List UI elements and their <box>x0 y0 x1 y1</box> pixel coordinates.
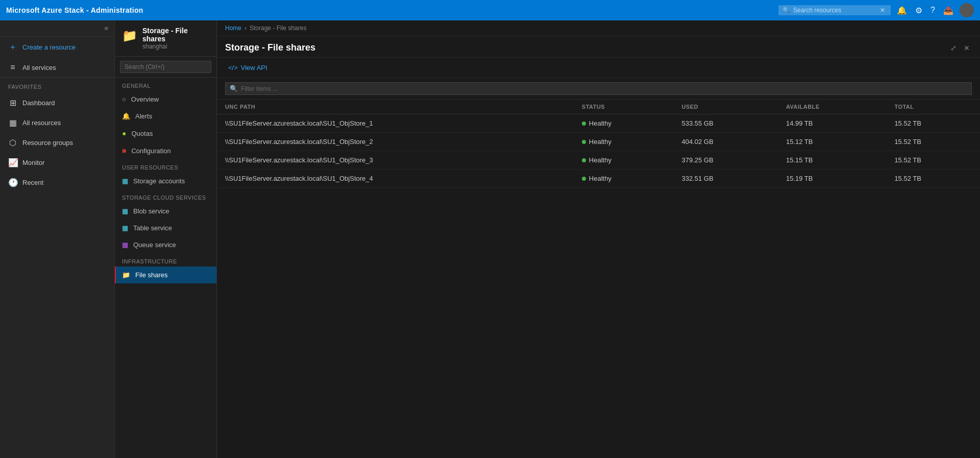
collapse-icon[interactable]: ≡ <box>104 25 108 32</box>
notifications-icon[interactable]: 🔔 <box>895 4 909 17</box>
settings-icon[interactable]: ⚙ <box>913 4 924 17</box>
main-layout: ≡ ＋ Create a resource ≡ All services FAV… <box>0 20 980 458</box>
blob-service-label: Blob service <box>133 207 169 215</box>
breadcrumb-separator: › <box>244 25 247 32</box>
resource-subtitle: shanghai <box>142 43 209 50</box>
table-service-label: Table service <box>133 224 172 232</box>
file-shares-icon: 📁 <box>122 271 130 279</box>
filter-bar: 🔍 <box>217 78 980 100</box>
toolbar: </> View API <box>217 58 980 78</box>
sidebar-item-all-services[interactable]: ≡ All services <box>0 58 114 77</box>
content-header: Storage - File shares ⤢ ✕ <box>217 36 980 58</box>
topbar-right: 🔍 ✕ 🔔 ⚙ ? 📤 <box>778 3 974 17</box>
col-total: TOTAL <box>886 100 980 114</box>
cell-total: 15.52 TB <box>886 114 980 133</box>
resource-nav-file-shares[interactable]: 📁 File shares <box>115 267 216 283</box>
feedback-icon[interactable]: 📤 <box>941 4 955 17</box>
sidebar-item-dashboard[interactable]: ⊞ Dashboard <box>0 93 114 113</box>
sidebar-item-recent[interactable]: 🕐 Recent <box>0 173 114 192</box>
avatar[interactable] <box>960 3 974 17</box>
status-badge: Healthy <box>589 175 611 182</box>
resource-title: Storage - File shares <box>142 27 209 43</box>
search-icon: 🔍 <box>782 7 790 14</box>
resource-nav-storage-accounts[interactable]: ▦ Storage accounts <box>115 173 216 189</box>
table-row[interactable]: \\SU1FileServer.azurestack.local\SU1_Obj… <box>217 114 980 133</box>
filter-input-wrap[interactable]: 🔍 <box>225 82 972 95</box>
search-input[interactable] <box>793 7 880 14</box>
resource-nav-table-service[interactable]: ▦ Table service <box>115 220 216 236</box>
create-resource-button[interactable]: ＋ Create a resource <box>0 37 114 58</box>
status-badge: Healthy <box>589 138 611 146</box>
sidebar-item-monitor[interactable]: 📈 Monitor <box>0 153 114 173</box>
filter-input[interactable] <box>241 85 967 92</box>
table-service-icon: ▦ <box>122 224 128 232</box>
sidebar-toggle[interactable]: ≡ <box>0 20 114 37</box>
sidebar-item-all-resources[interactable]: ▦ All resources <box>0 113 114 133</box>
resource-nav-queue-service[interactable]: ▦ Queue service <box>115 236 216 253</box>
resource-nav: 📁 Storage - File shares shanghai GENERAL… <box>115 20 217 458</box>
groups-icon: ⬡ <box>8 138 17 148</box>
resource-nav-overview[interactable]: ○ Overview <box>115 91 216 108</box>
cell-unc-path: \\SU1FileServer.azurestack.local\SU1_Obj… <box>217 114 574 133</box>
topbar: Microsoft Azure Stack - Administration 🔍… <box>0 0 980 20</box>
cell-total: 15.52 TB <box>886 151 980 170</box>
resource-header: 📁 Storage - File shares shanghai <box>115 20 216 57</box>
table-row[interactable]: \\SU1FileServer.azurestack.local\SU1_Obj… <box>217 170 980 188</box>
overview-icon: ○ <box>122 95 126 103</box>
overview-label: Overview <box>131 95 159 103</box>
resource-header-text: Storage - File shares shanghai <box>142 27 209 50</box>
filter-icon: 🔍 <box>230 85 238 92</box>
storage-folder-icon: 📁 <box>122 29 137 43</box>
col-used: USED <box>673 100 778 114</box>
search-clear-icon[interactable]: ✕ <box>880 7 885 14</box>
resource-nav-alerts[interactable]: 🔔 Alerts <box>115 108 216 125</box>
content: Home › Storage - File shares Storage - F… <box>217 20 980 458</box>
cell-used: 533.55 GB <box>673 114 778 133</box>
user-resources-section-label: USER RESOURCES <box>115 159 216 173</box>
monitor-icon: 📈 <box>8 158 17 167</box>
breadcrumb-current: Storage - File shares <box>250 25 306 32</box>
resource-nav-blob-service[interactable]: ▦ Blob service <box>115 203 216 220</box>
table-body: \\SU1FileServer.azurestack.local\SU1_Obj… <box>217 114 980 188</box>
quotas-icon: ● <box>122 129 126 137</box>
col-unc-path: UNC PATH <box>217 100 574 114</box>
resource-nav-configuration[interactable]: ■ Configuration <box>115 142 216 159</box>
view-api-button[interactable]: </> View API <box>225 62 271 74</box>
col-status: STATUS <box>574 100 674 114</box>
close-button[interactable]: ✕ <box>962 43 972 53</box>
favorites-section: FAVORITES ⊞ Dashboard ▦ All resources ⬡ … <box>0 77 114 194</box>
status-dot <box>582 122 586 126</box>
cell-used: 379.25 GB <box>673 151 778 170</box>
storage-cloud-section-label: STORAGE CLOUD SERVICES <box>115 189 216 203</box>
breadcrumb-home[interactable]: Home <box>225 25 241 32</box>
cell-unc-path: \\SU1FileServer.azurestack.local\SU1_Obj… <box>217 133 574 151</box>
sidebar-item-recent-label: Recent <box>22 179 43 186</box>
alerts-icon: 🔔 <box>122 112 130 120</box>
search-box[interactable]: 🔍 ✕ <box>778 5 891 15</box>
sidebar-item-monitor-label: Monitor <box>22 159 44 166</box>
favorites-label: FAVORITES <box>0 82 114 93</box>
table-row[interactable]: \\SU1FileServer.azurestack.local\SU1_Obj… <box>217 151 980 170</box>
window-controls: ⤢ ✕ <box>948 43 972 53</box>
page-title: Storage - File shares <box>225 42 315 53</box>
list-icon: ≡ <box>8 63 17 72</box>
table-row[interactable]: \\SU1FileServer.azurestack.local\SU1_Obj… <box>217 133 980 151</box>
cell-available: 14.99 TB <box>778 114 886 133</box>
status-dot <box>582 140 586 144</box>
view-api-label: View API <box>241 64 267 71</box>
maximize-button[interactable]: ⤢ <box>948 43 959 53</box>
resource-search[interactable] <box>115 57 216 78</box>
sidebar-item-resource-groups[interactable]: ⬡ Resource groups <box>0 133 114 153</box>
help-icon[interactable]: ? <box>928 4 937 17</box>
storage-accounts-label: Storage accounts <box>133 177 185 185</box>
resources-icon: ▦ <box>8 118 17 128</box>
status-badge: Healthy <box>589 119 611 127</box>
status-dot <box>582 177 586 181</box>
cell-status: Healthy <box>574 114 674 133</box>
view-api-icon: </> <box>228 64 238 71</box>
alerts-label: Alerts <box>135 112 152 120</box>
resource-nav-quotas[interactable]: ● Quotas <box>115 125 216 142</box>
configuration-label: Configuration <box>131 147 170 155</box>
resource-search-input[interactable] <box>120 61 211 73</box>
table-header: UNC PATH STATUS USED AVAILABLE TOTAL <box>217 100 980 114</box>
